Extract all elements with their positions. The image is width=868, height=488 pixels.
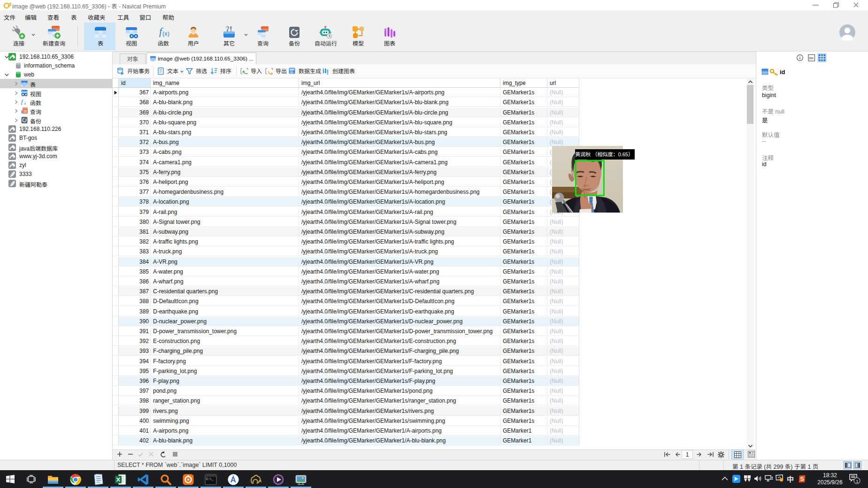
svg-text:f: f — [21, 98, 24, 105]
svg-text:ABC: ABC — [290, 72, 294, 75]
svg-text:C:\_: C:\_ — [206, 478, 214, 481]
svg-text:x: x — [24, 101, 26, 106]
svg-text:(x): (x) — [162, 30, 169, 37]
svg-text:DDL: DDL — [809, 57, 814, 60]
svg-text:1: 1 — [856, 479, 859, 484]
svg-text:A: A — [230, 475, 236, 484]
svg-text:S: S — [800, 476, 804, 482]
